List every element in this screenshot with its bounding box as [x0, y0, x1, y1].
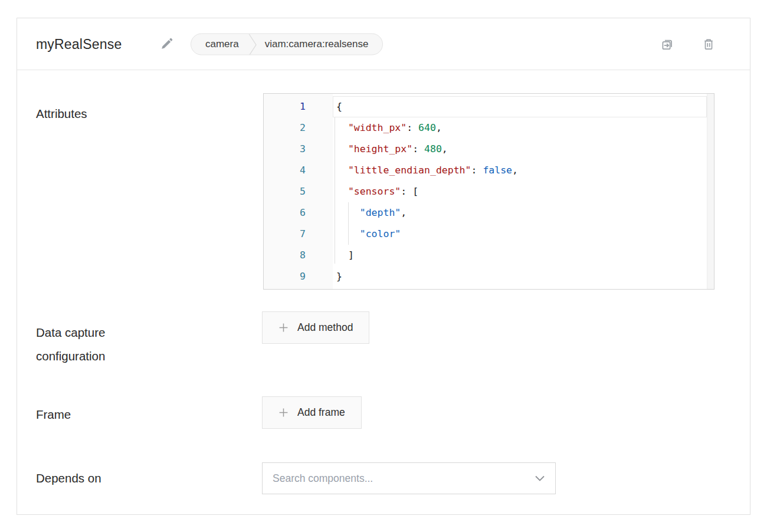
depends-on-label: Depends on [36, 467, 101, 490]
add-frame-label: Add frame [297, 406, 345, 419]
type-model-badge: camera viam:camera:realsense [191, 33, 383, 55]
code-token-punct: } [336, 271, 342, 282]
code-token-punct: , [436, 122, 442, 133]
code-token-number: 640 [418, 122, 436, 133]
code-token-punct: : [ [401, 186, 418, 197]
code-token-plain [336, 143, 348, 155]
code-token-punct: { [336, 101, 342, 112]
editor-scrollbar[interactable] [707, 94, 714, 289]
code-line: "color" [333, 224, 707, 245]
editor-code[interactable]: { "width_px": 640, "height_px": 480, "li… [333, 94, 707, 289]
attributes-code-editor[interactable]: 123456789 { "width_px": 640, "height_px"… [263, 93, 714, 290]
code-token-number: 480 [424, 143, 442, 155]
editor-gutter: 123456789 [264, 94, 333, 289]
line-number: 1 [264, 96, 333, 117]
code-token-string: "depth" [360, 207, 401, 218]
code-token-string: "color" [360, 228, 401, 239]
trash-icon [701, 37, 716, 52]
component-card-header: myRealSense camera viam:camera:realsense [17, 18, 750, 70]
duplicate-icon [659, 36, 676, 52]
code-line: } [333, 266, 707, 287]
code-line: ] [333, 245, 707, 266]
code-token-plain [336, 186, 348, 197]
line-number: 4 [264, 160, 333, 181]
line-number: 2 [264, 117, 333, 139]
code-token-key: "width_px" [348, 122, 407, 133]
code-token-punct: : [471, 165, 483, 176]
code-token-punct: : [412, 143, 424, 155]
edit-name-button[interactable] [158, 35, 175, 53]
attributes-label: Attributes [36, 102, 87, 126]
code-token-boolean: false [483, 165, 512, 176]
code-line: "height_px": 480, [333, 139, 707, 160]
code-token-key: "sensors" [348, 186, 401, 197]
delete-button[interactable] [699, 35, 718, 54]
code-line: "little_endian_depth": false, [333, 160, 707, 181]
code-line: "sensors": [ [333, 181, 707, 202]
line-number: 5 [264, 181, 333, 202]
code-token-punct: , [401, 207, 407, 218]
search-components-input[interactable] [262, 462, 556, 494]
add-method-button[interactable]: Add method [262, 311, 369, 344]
code-token-plain [336, 165, 348, 176]
component-name: myRealSense [36, 36, 122, 52]
component-model: viam:camera:realsense [257, 34, 383, 54]
code-token-key: "height_px" [348, 143, 412, 155]
code-token-plain [336, 228, 360, 239]
line-number: 6 [264, 202, 333, 224]
code-line: "depth", [333, 202, 707, 224]
code-token-punct: : [407, 122, 418, 133]
add-frame-button[interactable]: Add frame [262, 396, 362, 429]
line-number: 7 [264, 224, 333, 245]
code-token-plain [336, 122, 348, 133]
duplicate-button[interactable] [658, 35, 677, 54]
code-token-plain [336, 249, 348, 261]
line-number: 3 [264, 139, 333, 160]
code-line: { [333, 96, 707, 117]
data-capture-label: Data capture configuration [36, 321, 160, 368]
code-line: "width_px": 640, [333, 117, 707, 139]
frame-label: Frame [36, 403, 71, 426]
plus-icon [278, 408, 289, 418]
code-token-punct: , [442, 143, 448, 155]
depends-on-select [262, 462, 556, 494]
chevron-separator-icon [248, 34, 257, 54]
component-card: myRealSense camera viam:camera:realsense [17, 18, 750, 515]
component-type: camera [191, 34, 248, 54]
add-method-label: Add method [297, 321, 353, 334]
code-token-punct: , [512, 165, 518, 176]
code-token-key: "little_endian_depth" [348, 165, 471, 176]
code-token-plain [336, 207, 360, 218]
line-number: 9 [264, 266, 333, 287]
line-number: 8 [264, 245, 333, 266]
plus-icon [278, 323, 289, 333]
pencil-icon [159, 36, 175, 52]
code-token-punct: ] [348, 249, 354, 261]
